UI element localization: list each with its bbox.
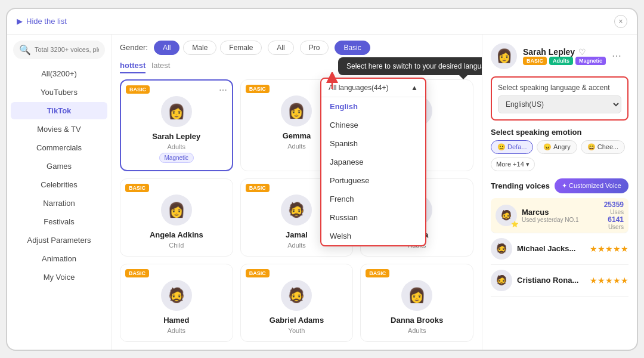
star-rating: ★★★★★ (590, 244, 628, 254)
search-input[interactable] (35, 46, 99, 53)
sidebar-item-games[interactable]: Games (11, 158, 107, 175)
trending-avatar: 🧔 (491, 270, 512, 291)
lang-option-japanese[interactable]: Japanese (321, 153, 425, 171)
sidebar-item-my-voice[interactable]: My Voice (11, 268, 107, 286)
sidebar: 🔍 All(3200+) YouTubers TikTok Movies & T… (7, 35, 112, 350)
lang-accent-title: Select speaking language & accent (498, 84, 621, 92)
emotion-buttons: 😐 Defa... 😠 Angry 😄 Chee... More +14 ▾ (491, 140, 628, 171)
more-options-dots[interactable]: ⋯ (612, 50, 621, 61)
trending-users: 6141 (604, 215, 624, 224)
close-button[interactable]: × (614, 15, 627, 28)
gender-all-btn[interactable]: All (154, 41, 179, 55)
avatar: 🧔 (161, 280, 192, 311)
lang-option-russian[interactable]: Russian (321, 208, 425, 227)
lang-option-french[interactable]: French (321, 190, 425, 208)
voice-card-hamed[interactable]: BASIC 🧔 Hamed Adults (120, 264, 233, 342)
sidebar-item-tiktok[interactable]: TikTok (11, 102, 107, 119)
main-content: Gender: All Male Female All Pro Basic ho… (112, 35, 482, 350)
voice-name: Angela Adkins (150, 230, 203, 239)
voice-type: Adults (168, 143, 186, 150)
emotion-cheerful-btn[interactable]: 😄 Chee... (581, 140, 626, 154)
sidebar-item-celebrities[interactable]: Celebrities (11, 176, 107, 193)
badge-magnetic: Magnetic (575, 57, 606, 65)
lang-option-english[interactable]: English (321, 97, 425, 116)
basic-badge: BASIC (246, 85, 270, 93)
voice-name: Gabriel Adams (270, 316, 324, 325)
voice-name: Danna Brooks (391, 316, 443, 325)
voice-card-sarah-lepley[interactable]: BASIC ⋯ 👩 Sarah Lepley Adults Magnetic (120, 79, 233, 171)
trending-title: Trending voices (491, 181, 550, 190)
badge-basic: BASIC (523, 57, 547, 65)
hide-list-button[interactable]: ▶ Hide the list (17, 17, 67, 26)
lang-option-welsh[interactable]: Welsh (321, 227, 425, 245)
type-all-btn[interactable]: All (268, 41, 293, 55)
voice-name: Jamal (286, 230, 308, 239)
basic-badge: BASIC (125, 269, 149, 277)
emotion-angry-btn[interactable]: 😠 Angry (537, 140, 577, 154)
sidebar-item-narration[interactable]: Narration (11, 195, 107, 212)
type-basic-btn[interactable]: Basic (335, 41, 370, 55)
trending-section: Trending voices ✦ Customized Voice 🧔 ⭐ M… (491, 178, 628, 297)
voice-type: Adults (408, 327, 426, 334)
avatar: 👩 (161, 96, 192, 127)
sidebar-item-youtubers[interactable]: YouTubers (11, 84, 107, 101)
more-options-icon[interactable]: ⋯ (219, 85, 227, 95)
tooltip-text: Select here to switch to your desired la… (346, 62, 482, 70)
lang-option-chinese[interactable]: Chinese (321, 116, 425, 134)
voice-card-gabriel-adams[interactable]: BASIC 🧔 Gabriel Adams Youth (240, 264, 354, 342)
language-dropdown: All languages(44+) ▲ English Chinese Spa… (320, 78, 426, 246)
avatar: 🧔 (281, 280, 312, 311)
voice-name: Sarah Lepley (152, 132, 200, 141)
trending-users-label: Users (604, 224, 624, 230)
more-emotions-btn[interactable]: More +14 ▾ (491, 158, 535, 171)
trending-count: 25359 (604, 200, 624, 209)
trending-item-michael[interactable]: 🧔 Michael Jacks... ★★★★★ (491, 233, 628, 265)
gender-label: Gender: (120, 43, 148, 52)
basic-badge: BASIC (246, 184, 270, 192)
lang-option-portuguese[interactable]: Portuguese (321, 171, 425, 190)
heart-icon[interactable]: ♡ (578, 47, 586, 57)
trending-label: Uses (604, 209, 624, 215)
voice-tag: Magnetic (159, 153, 194, 163)
top-bar: ▶ Hide the list × (7, 9, 637, 35)
badges-row: BASIC Adults Magnetic (523, 57, 606, 65)
lang-option-spanish[interactable]: Spanish (321, 134, 425, 153)
sidebar-item-festivals[interactable]: Festivals (11, 213, 107, 230)
trending-stats: 25359 Uses 6141 Users (604, 200, 624, 230)
sidebar-item-movies-tv[interactable]: Movies & TV (11, 121, 107, 138)
tab-latest[interactable]: latest (151, 61, 170, 73)
basic-badge: BASIC (246, 269, 270, 277)
emotion-default-btn[interactable]: 😐 Defa... (491, 140, 533, 154)
trending-item-cristiano[interactable]: 🧔 Cristiano Rona... ★★★★★ (491, 265, 628, 297)
emotion-section-title: Select speaking emotion (491, 128, 628, 137)
main-container: ▶ Hide the list × 🔍 All(3200+) YouTubers… (6, 8, 638, 351)
customized-voice-btn[interactable]: ✦ Customized Voice (555, 178, 628, 193)
selected-voice-name: Sarah Lepley (523, 47, 575, 57)
lang-accent-select[interactable]: English(US) (498, 95, 621, 113)
type-pro-btn[interactable]: Pro (300, 41, 329, 55)
trending-info: Marcus Used yesterday NO.1 (522, 208, 579, 223)
voice-type: Child (169, 242, 184, 249)
gender-male-btn[interactable]: Male (183, 41, 216, 55)
voice-card-angela-adkins[interactable]: BASIC 👩 Angela Adkins Child (120, 178, 233, 257)
gender-female-btn[interactable]: Female (220, 41, 262, 55)
sidebar-item-commercials[interactable]: Commercials (11, 139, 107, 156)
body-area: 🔍 All(3200+) YouTubers TikTok Movies & T… (7, 35, 637, 350)
badge-adults: Adults (549, 57, 573, 65)
voice-name: Hamed (163, 316, 189, 325)
sidebar-item-adjust-params[interactable]: Adjust Parameters (11, 232, 107, 249)
search-icon: 🔍 (19, 44, 31, 55)
trending-sub: Used yesterday NO.1 (522, 217, 579, 223)
tooltip-box: Select here to switch to your desired la… (338, 57, 482, 75)
selected-avatar: 👩 (491, 43, 517, 69)
trending-stars: ★★★★★ (590, 275, 628, 286)
trending-stars: ★★★★★ (590, 243, 628, 254)
selected-voice-info: Sarah Lepley ♡ BASIC Adults Magnetic (523, 47, 606, 65)
tab-hottest[interactable]: hottest (120, 61, 145, 73)
trending-item-marcus[interactable]: 🧔 ⭐ Marcus Used yesterday NO.1 25359 Use… (491, 198, 628, 233)
search-bar: 🔍 (13, 41, 105, 59)
voice-card-danna-brooks[interactable]: BASIC 👩 Danna Brooks Adults (360, 264, 473, 342)
emotion-section: Select speaking emotion 😐 Defa... 😠 Angr… (491, 128, 628, 171)
sidebar-item-animation[interactable]: Animation (11, 250, 107, 267)
sidebar-item-all[interactable]: All(3200+) (11, 65, 107, 82)
